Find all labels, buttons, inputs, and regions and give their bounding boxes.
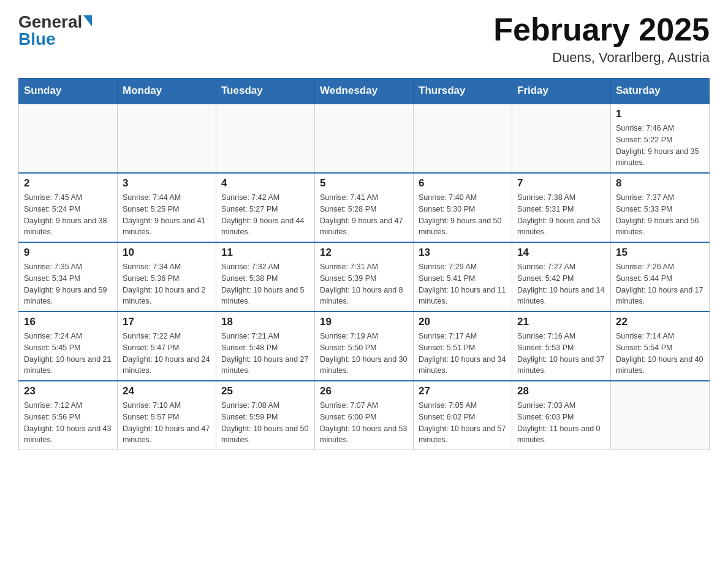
calendar-cell: 8Sunrise: 7:37 AMSunset: 5:33 PMDaylight… [611,173,710,242]
calendar-cell: 10Sunrise: 7:34 AMSunset: 5:36 PMDayligh… [118,242,216,312]
title-area: February 2025 Duens, Vorarlberg, Austria [493,12,710,66]
calendar-cell [216,104,315,173]
day-number: 22 [616,316,704,328]
day-info: Sunrise: 7:21 AMSunset: 5:48 PMDaylight:… [221,331,309,377]
day-number: 14 [517,247,605,259]
calendar-cell [118,104,216,173]
day-info: Sunrise: 7:44 AMSunset: 5:25 PMDaylight:… [123,192,211,238]
day-number: 19 [320,316,408,328]
calendar-cell: 12Sunrise: 7:31 AMSunset: 5:39 PMDayligh… [315,242,414,312]
calendar-cell [512,104,611,173]
calendar-cell [414,104,512,173]
day-number: 8 [616,177,704,190]
day-info: Sunrise: 7:26 AMSunset: 5:44 PMDaylight:… [616,261,704,307]
location-subtitle: Duens, Vorarlberg, Austria [493,50,710,66]
weekday-header-saturday: Saturday [611,79,710,104]
day-info: Sunrise: 7:42 AMSunset: 5:27 PMDaylight:… [221,192,309,238]
logo: General Blue [18,12,92,49]
day-info: Sunrise: 7:17 AMSunset: 5:51 PMDaylight:… [419,331,507,377]
day-info: Sunrise: 7:38 AMSunset: 5:31 PMDaylight:… [517,192,605,238]
day-info: Sunrise: 7:41 AMSunset: 5:28 PMDaylight:… [320,192,408,238]
day-info: Sunrise: 7:10 AMSunset: 5:57 PMDaylight:… [123,400,211,446]
day-number: 2 [24,177,112,190]
calendar-cell: 5Sunrise: 7:41 AMSunset: 5:28 PMDaylight… [315,173,414,242]
day-info: Sunrise: 7:08 AMSunset: 5:59 PMDaylight:… [221,400,309,446]
day-info: Sunrise: 7:24 AMSunset: 5:45 PMDaylight:… [24,331,112,377]
day-number: 26 [320,385,408,397]
day-info: Sunrise: 7:05 AMSunset: 6:02 PMDaylight:… [419,400,507,446]
calendar-cell: 4Sunrise: 7:42 AMSunset: 5:27 PMDaylight… [216,173,315,242]
week-row-2: 2Sunrise: 7:45 AMSunset: 5:24 PMDaylight… [19,173,710,242]
weekday-header-thursday: Thursday [414,79,512,104]
day-info: Sunrise: 7:19 AMSunset: 5:50 PMDaylight:… [320,331,408,377]
day-number: 11 [221,247,309,259]
day-number: 4 [221,177,309,190]
week-row-5: 23Sunrise: 7:12 AMSunset: 5:56 PMDayligh… [19,381,710,450]
calendar-cell: 22Sunrise: 7:14 AMSunset: 5:54 PMDayligh… [611,312,710,381]
day-info: Sunrise: 7:12 AMSunset: 5:56 PMDaylight:… [24,400,112,446]
day-info: Sunrise: 7:27 AMSunset: 5:42 PMDaylight:… [517,261,605,307]
day-number: 9 [24,247,112,259]
day-number: 15 [616,247,704,259]
logo-triangle-icon [83,15,92,26]
day-number: 16 [24,316,112,328]
calendar-cell: 3Sunrise: 7:44 AMSunset: 5:25 PMDaylight… [118,173,216,242]
calendar-cell: 7Sunrise: 7:38 AMSunset: 5:31 PMDaylight… [512,173,611,242]
day-number: 10 [123,247,211,259]
calendar-cell: 17Sunrise: 7:22 AMSunset: 5:47 PMDayligh… [118,312,216,381]
day-info: Sunrise: 7:32 AMSunset: 5:38 PMDaylight:… [221,261,309,307]
calendar-cell: 15Sunrise: 7:26 AMSunset: 5:44 PMDayligh… [611,242,710,312]
day-number: 27 [419,385,507,397]
day-info: Sunrise: 7:35 AMSunset: 5:34 PMDaylight:… [24,261,112,307]
calendar-cell: 26Sunrise: 7:07 AMSunset: 6:00 PMDayligh… [315,381,414,450]
calendar-cell: 23Sunrise: 7:12 AMSunset: 5:56 PMDayligh… [19,381,118,450]
weekday-header-row: SundayMondayTuesdayWednesdayThursdayFrid… [19,79,710,104]
day-number: 6 [419,177,507,190]
month-title: February 2025 [493,12,710,47]
day-number: 28 [517,385,605,397]
day-number: 25 [221,385,309,397]
calendar-cell: 27Sunrise: 7:05 AMSunset: 6:02 PMDayligh… [414,381,512,450]
calendar-cell: 24Sunrise: 7:10 AMSunset: 5:57 PMDayligh… [118,381,216,450]
calendar-cell: 11Sunrise: 7:32 AMSunset: 5:38 PMDayligh… [216,242,315,312]
calendar-cell: 1Sunrise: 7:46 AMSunset: 5:22 PMDaylight… [611,104,710,173]
calendar-cell: 20Sunrise: 7:17 AMSunset: 5:51 PMDayligh… [414,312,512,381]
calendar-cell [611,381,710,450]
day-info: Sunrise: 7:03 AMSunset: 6:03 PMDaylight:… [517,400,605,446]
day-number: 12 [320,247,408,259]
week-row-4: 16Sunrise: 7:24 AMSunset: 5:45 PMDayligh… [19,312,710,381]
calendar-cell: 21Sunrise: 7:16 AMSunset: 5:53 PMDayligh… [512,312,611,381]
calendar-cell: 28Sunrise: 7:03 AMSunset: 6:03 PMDayligh… [512,381,611,450]
logo-blue-text: Blue [18,29,56,49]
day-info: Sunrise: 7:22 AMSunset: 5:47 PMDaylight:… [123,331,211,377]
week-row-1: 1Sunrise: 7:46 AMSunset: 5:22 PMDaylight… [19,104,710,173]
day-info: Sunrise: 7:14 AMSunset: 5:54 PMDaylight:… [616,331,704,377]
calendar-cell: 9Sunrise: 7:35 AMSunset: 5:34 PMDaylight… [19,242,118,312]
day-info: Sunrise: 7:40 AMSunset: 5:30 PMDaylight:… [419,192,507,238]
day-number: 5 [320,177,408,190]
calendar-cell: 19Sunrise: 7:19 AMSunset: 5:50 PMDayligh… [315,312,414,381]
day-number: 13 [419,247,507,259]
weekday-header-wednesday: Wednesday [315,79,414,104]
day-info: Sunrise: 7:37 AMSunset: 5:33 PMDaylight:… [616,192,704,238]
day-number: 20 [419,316,507,328]
day-number: 7 [517,177,605,190]
calendar-cell: 6Sunrise: 7:40 AMSunset: 5:30 PMDaylight… [414,173,512,242]
day-number: 18 [221,316,309,328]
weekday-header-tuesday: Tuesday [216,79,315,104]
calendar-cell [315,104,414,173]
weekday-header-monday: Monday [118,79,216,104]
day-info: Sunrise: 7:46 AMSunset: 5:22 PMDaylight:… [616,123,704,169]
day-number: 24 [123,385,211,397]
day-number: 17 [123,316,211,328]
day-info: Sunrise: 7:07 AMSunset: 6:00 PMDaylight:… [320,400,408,446]
week-row-3: 9Sunrise: 7:35 AMSunset: 5:34 PMDaylight… [19,242,710,312]
calendar-cell: 18Sunrise: 7:21 AMSunset: 5:48 PMDayligh… [216,312,315,381]
calendar-cell: 14Sunrise: 7:27 AMSunset: 5:42 PMDayligh… [512,242,611,312]
calendar-cell: 13Sunrise: 7:29 AMSunset: 5:41 PMDayligh… [414,242,512,312]
calendar-cell: 2Sunrise: 7:45 AMSunset: 5:24 PMDaylight… [19,173,118,242]
day-info: Sunrise: 7:16 AMSunset: 5:53 PMDaylight:… [517,331,605,377]
day-info: Sunrise: 7:34 AMSunset: 5:36 PMDaylight:… [123,261,211,307]
calendar-table: SundayMondayTuesdayWednesdayThursdayFrid… [18,78,710,450]
day-number: 21 [517,316,605,328]
